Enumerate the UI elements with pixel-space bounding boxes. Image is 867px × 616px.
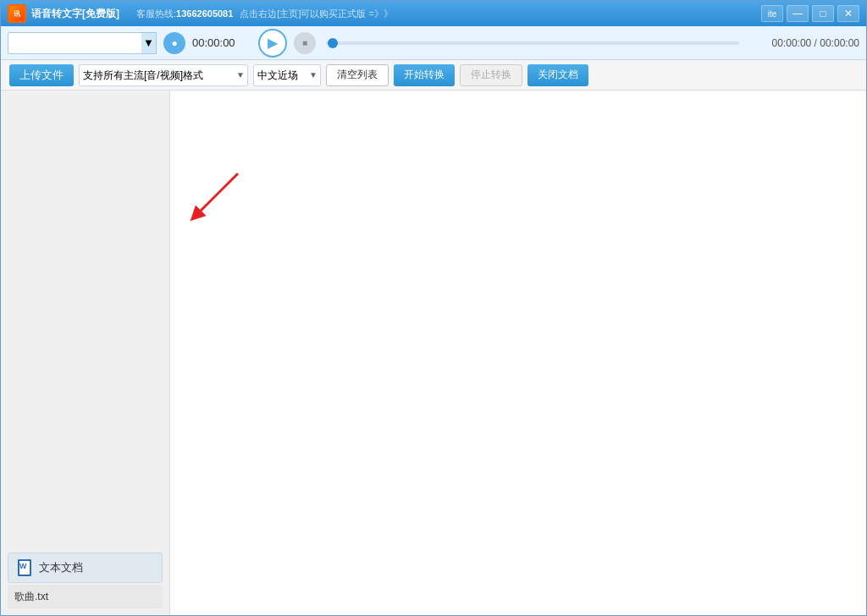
record-icon: ● (171, 37, 177, 49)
lang-select-wrapper: 中文近场 ▼ (253, 64, 321, 86)
app-title: 语音转文字[免费版] (31, 7, 119, 21)
hotline-label: 客服热线: (136, 8, 176, 19)
format-select[interactable]: 支持所有主流[音/视频]格式 (79, 64, 248, 86)
sidebar-empty-space (1, 91, 169, 546)
action-toolbar: 上传文件 支持所有主流[音/视频]格式 ▼ 中文近场 ▼ 清空列表 开始转换 停… (1, 60, 866, 91)
titlebar-subtitle: 客服热线:13662605081点击右边[主页]可以购买正式版 =》》 (136, 8, 761, 20)
sidebar: W 文本文档 歌曲.txt (1, 91, 170, 615)
sidebar-file-item[interactable]: 歌曲.txt (8, 585, 163, 608)
lang-select[interactable]: 中文近场 (253, 64, 321, 86)
play-button[interactable]: ▶ (258, 29, 287, 58)
stop-convert-button: 停止转换 (460, 64, 522, 86)
app-logo: 讯 (8, 4, 26, 23)
start-convert-button[interactable]: 开始转换 (394, 64, 455, 86)
window-controls: ite — □ ✕ (761, 5, 859, 22)
upload-button[interactable]: 上传文件 (9, 64, 74, 86)
hotline-number: 13662605081 (176, 8, 233, 19)
doc-icon: W (15, 558, 34, 577)
stop-icon: ■ (302, 38, 307, 47)
maximize-button[interactable]: □ (812, 5, 834, 22)
promo-text: 点击右边[主页]可以购买正式版 =》》 (240, 8, 393, 19)
play-icon: ▶ (268, 35, 278, 51)
close-doc-button[interactable]: 关闭文档 (527, 64, 588, 86)
sidebar-file-name: 歌曲.txt (14, 590, 48, 604)
dropdown-arrow-icon[interactable]: ▼ (141, 32, 157, 54)
clear-button[interactable]: 清空列表 (326, 64, 389, 86)
close-button[interactable]: ✕ (837, 5, 859, 22)
home-button[interactable]: ite (761, 5, 783, 22)
file-select-group: ▼ (8, 32, 157, 54)
record-button[interactable]: ● (163, 32, 185, 54)
minimize-button[interactable]: — (787, 5, 809, 22)
total-time: 00:00:00 / 00:00:00 (749, 37, 859, 49)
content-panel (170, 91, 866, 615)
file-selector-dropdown[interactable] (8, 32, 143, 54)
sidebar-section-header: W 文本文档 (8, 553, 163, 583)
media-toolbar: ▼ ● 00:00:00 ▶ ■ 00:00:00 / 00:00:00 (1, 26, 866, 60)
app-window: 讯 语音转文字[免费版] 客服热线:13662605081点击右边[主页]可以购… (0, 0, 867, 616)
current-time: 00:00:00 (192, 36, 251, 49)
sidebar-section-label: 文本文档 (39, 560, 83, 575)
main-content: W 文本文档 歌曲.txt (1, 91, 866, 615)
progress-bar[interactable] (326, 41, 739, 45)
format-select-wrapper: 支持所有主流[音/视频]格式 ▼ (79, 64, 248, 86)
titlebar: 讯 语音转文字[免费版] 客服热线:13662605081点击右边[主页]可以购… (1, 1, 866, 26)
progress-indicator[interactable] (328, 38, 338, 48)
stop-button[interactable]: ■ (294, 32, 316, 54)
sidebar-section: W 文本文档 歌曲.txt (1, 546, 169, 615)
